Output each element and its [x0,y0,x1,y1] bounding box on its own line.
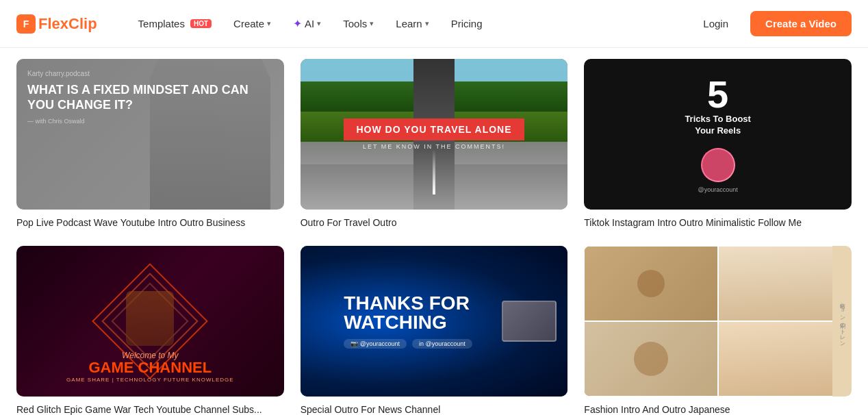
fashion-person-1 [719,247,851,320]
brand-name: FlexClip [38,15,97,33]
podcast-author: — with Chris Oswald [27,118,273,125]
fashion-japanese-text: 略ション 刷のトレン [839,299,845,344]
card-title-news: Special Outro For News Channel [301,403,568,415]
card-title-game: Red Glitch Epic Game War Tech Youtube Ch… [16,403,284,415]
nav-tools[interactable]: Tools ▾ [335,12,382,35]
fashion-circle-2 [634,342,668,376]
card-title-travel: Outro For Travel Outro [301,216,568,230]
thumb-news: THANKS FORWATCHING 📷 @youraccount in @yo… [301,246,568,397]
nav-right: Login Create a Video [689,11,852,36]
learn-chevron-icon: ▾ [425,19,429,28]
news-social-2: in @youraccount [412,339,472,349]
game-title-overlay: Welcome to My GAME CHANNEL GAME SHARE | … [16,351,284,383]
pricing-label: Pricing [451,18,483,29]
nav-templates[interactable]: Templates HOT [130,12,220,35]
ai-chevron-icon: ▾ [317,19,321,28]
card-news[interactable]: THANKS FORWATCHING 📷 @youraccount in @yo… [301,246,568,415]
thumb-travel: HOW DO YOU TRAVEL ALONE LET ME KNOW IN T… [301,59,568,210]
travel-sub-text: LET ME KNOW IN THE COMMENTS! [363,143,505,150]
tiktok-account: @youraccount [698,186,738,193]
create-chevron-icon: ▾ [267,19,271,28]
card-title-tiktok: Tiktok Instagram Intro Outro Minimalisti… [584,216,852,230]
logo-icon: F [16,14,36,34]
card-title-podcast: Pop Live Podcast Wave Youtube Intro Outr… [16,216,284,230]
hot-badge: HOT [190,19,212,28]
create-video-button[interactable]: Create a Video [750,11,852,36]
tiktok-tricks-text: Tricks To BoostYour Reels [685,114,751,137]
news-thanks-text: THANKS FORWATCHING [344,294,470,332]
nav-links: Templates HOT Create ▾ ✦ AI ▾ Tools ▾ Le… [130,12,690,36]
news-social-1: 📷 @youraccount [344,339,407,349]
fashion-sidebar: 略ション 刷のトレン [832,246,852,397]
card-tiktok[interactable]: 5 Tricks To BoostYour Reels @youraccount… [584,59,852,229]
tools-chevron-icon: ▾ [370,19,374,28]
thumb-tiktok: 5 Tricks To BoostYour Reels @youraccount [584,59,852,210]
navbar: F FlexClip Templates HOT Create ▾ ✦ AI ▾… [0,0,868,48]
game-channel-text: GAME CHANNEL [16,360,284,375]
game-face-area [16,291,284,346]
tools-label: Tools [343,18,367,29]
ai-label: AI [305,18,314,29]
fashion-cell-4 [718,321,852,397]
card-podcast[interactable]: Karty charry.podcast WHAT IS A FIXED MIN… [16,59,284,229]
game-subtitle-text: GAME SHARE | TECHNOLOGY FUTURE KNOWLEDGE [16,377,284,383]
login-button[interactable]: Login [689,12,742,35]
nav-ai[interactable]: ✦ AI ▾ [285,12,329,36]
news-social-links: 📷 @youraccount in @youraccount [344,339,472,349]
nav-create[interactable]: Create ▾ [225,12,279,35]
road-line [433,149,435,194]
tiktok-number: 5 [707,75,728,114]
logo[interactable]: F FlexClip [16,14,97,34]
card-fashion[interactable]: 略ション 刷のトレン Fashion Intro And Outro Japan… [584,246,852,415]
cards-grid: Karty charry.podcast WHAT IS A FIXED MIN… [0,48,868,415]
fashion-cell-1 [584,246,717,321]
travel-text-overlay: HOW DO YOU TRAVEL ALONE LET ME KNOW IN T… [344,118,524,150]
news-content: THANKS FORWATCHING 📷 @youraccount in @yo… [327,283,540,360]
travel-main-text: HOW DO YOU TRAVEL ALONE [344,118,524,140]
learn-label: Learn [396,18,422,29]
card-travel[interactable]: HOW DO YOU TRAVEL ALONE LET ME KNOW IN T… [301,59,568,229]
card-title-fashion: Fashion Intro And Outro Japanese [584,403,852,415]
fashion-cell-3 [584,321,717,397]
podcast-overlay: Karty charry.podcast WHAT IS A FIXED MIN… [16,59,284,210]
create-label: Create [233,18,264,29]
fashion-person-2 [719,322,851,396]
thumb-podcast: Karty charry.podcast WHAT IS A FIXED MIN… [16,59,284,210]
nav-learn[interactable]: Learn ▾ [387,12,437,35]
fashion-circle-1 [637,270,665,297]
thumb-game: Welcome to My GAME CHANNEL GAME SHARE | … [16,246,284,397]
podcast-channel-label: Karty charry.podcast [27,70,273,77]
fashion-cell-2 [718,246,852,321]
nav-pricing[interactable]: Pricing [443,12,491,35]
podcast-title-text: WHAT IS A FIXED MINDSET AND CAN YOU CHAN… [27,83,273,112]
thumb-fashion: 略ション 刷のトレン [584,246,852,397]
ai-sparkle-icon: ✦ [293,17,302,30]
card-game[interactable]: Welcome to My GAME CHANNEL GAME SHARE | … [16,246,284,415]
tiktok-avatar-circle [701,148,735,182]
templates-label: Templates [138,18,185,29]
